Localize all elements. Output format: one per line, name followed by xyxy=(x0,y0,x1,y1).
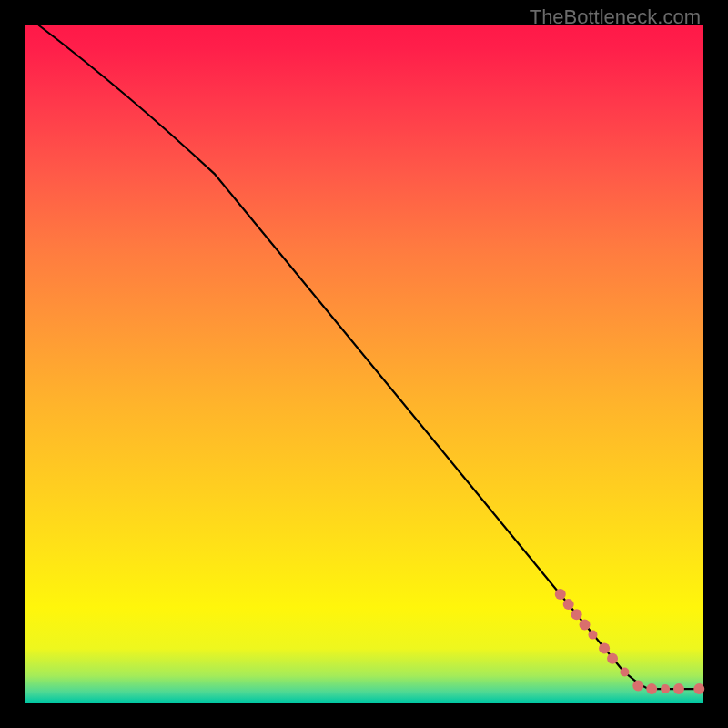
scatter-markers xyxy=(555,589,705,694)
chart-frame: TheBottleneck.com xyxy=(0,0,728,728)
scatter-point xyxy=(620,668,629,677)
scatter-point xyxy=(632,680,643,691)
scatter-point xyxy=(661,684,670,693)
scatter-point xyxy=(599,642,610,653)
chart-overlay xyxy=(25,25,703,703)
scatter-point xyxy=(555,589,566,600)
curve-line xyxy=(39,25,703,689)
scatter-point xyxy=(563,599,574,610)
scatter-point xyxy=(580,619,591,630)
scatter-point xyxy=(607,653,618,664)
scatter-point xyxy=(673,683,684,694)
scatter-point xyxy=(571,609,582,620)
scatter-point xyxy=(693,683,704,694)
scatter-point xyxy=(646,683,657,694)
scatter-point xyxy=(588,631,597,640)
attribution-text: TheBottleneck.com xyxy=(530,5,701,29)
